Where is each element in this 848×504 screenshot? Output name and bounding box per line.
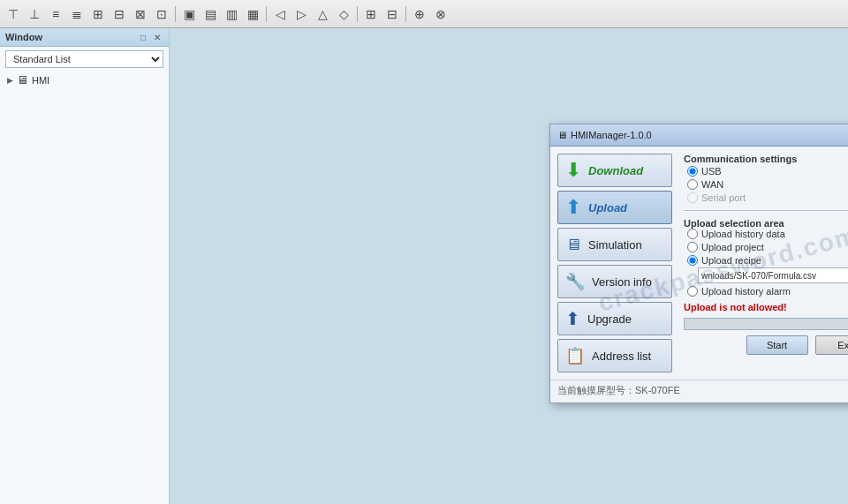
upload-selection-title: Upload selection area xyxy=(684,218,848,229)
toolbar-btn-18[interactable]: ⊟ xyxy=(382,4,402,24)
footer-text: 当前触摸屏型号：SK-070FE xyxy=(557,385,680,395)
simulation-label: Simulation xyxy=(588,238,642,252)
panel-icons: □ ✕ xyxy=(137,31,163,43)
progress-bar-container xyxy=(684,318,848,330)
radio-serial-input[interactable] xyxy=(687,192,698,203)
comm-settings-section: Communication settings USB WAN Serial xyxy=(684,154,848,203)
toolbar-btn-2[interactable]: ⊥ xyxy=(25,4,44,24)
address-icon: 📋 xyxy=(565,346,585,365)
version-icon: 🔧 xyxy=(565,272,585,291)
toolbar-sep-1 xyxy=(175,6,176,22)
radio-project[interactable]: Upload project xyxy=(687,242,848,252)
radio-history-data[interactable]: Upload history data xyxy=(687,229,848,239)
upload-radio-group-2: Upload history alarm xyxy=(687,286,848,297)
download-icon: ⬇ xyxy=(565,159,581,182)
toolbar-btn-6[interactable]: ⊟ xyxy=(110,4,129,24)
radio-history-data-label: Upload history data xyxy=(701,229,785,239)
toolbar-btn-15[interactable]: △ xyxy=(313,4,332,24)
toolbar-btn-13[interactable]: ◁ xyxy=(270,4,290,24)
radio-project-input[interactable] xyxy=(687,242,698,252)
panel-header: Window □ ✕ xyxy=(0,28,169,47)
toolbar-btn-4[interactable]: ≣ xyxy=(67,4,87,24)
radio-serial[interactable]: Serial port xyxy=(687,192,848,203)
version-info-button[interactable]: 🔧 Version info xyxy=(557,265,672,298)
modal-buttons-col: ⬇ Download ⬆ Upload 🖥 Simulation 🔧 Versi… xyxy=(557,154,677,372)
address-list-button[interactable]: 📋 Address list xyxy=(557,339,672,372)
simulation-icon: 🖥 xyxy=(565,236,581,254)
main-toolbar: ⊤ ⊥ ≡ ≣ ⊞ ⊟ ⊠ ⊡ ▣ ▤ ▥ ▦ ◁ ▷ △ ◇ ⊞ ⊟ ⊕ ⊗ xyxy=(0,0,848,28)
toolbar-btn-11[interactable]: ▥ xyxy=(222,4,241,24)
toolbar-btn-1[interactable]: ⊤ xyxy=(4,4,23,24)
toolbar-btn-5[interactable]: ⊞ xyxy=(88,4,108,24)
left-panel: Window □ ✕ Standard List ▶ 🖥 HMI xyxy=(0,28,170,504)
upload-selection-section: Upload selection area Upload history dat… xyxy=(684,218,848,297)
radio-wan[interactable]: WAN xyxy=(687,179,848,190)
progress-row: 0% xyxy=(684,318,848,330)
radio-usb[interactable]: USB xyxy=(687,166,848,177)
download-label: Download xyxy=(588,164,643,177)
file-path-input[interactable] xyxy=(698,267,848,283)
radio-history-data-input[interactable] xyxy=(687,229,698,239)
radio-wan-input[interactable] xyxy=(687,179,698,190)
address-label: Address list xyxy=(592,350,651,363)
upload-icon: ⬆ xyxy=(565,196,581,219)
divider xyxy=(684,210,848,211)
upload-button[interactable]: ⬆ Upload xyxy=(557,191,672,224)
version-label: Version info xyxy=(592,275,652,289)
modal-title-group: 🖥 HMIManager-1.0.0 xyxy=(557,130,652,140)
upgrade-label: Upgrade xyxy=(587,312,632,326)
toolbar-btn-10[interactable]: ▤ xyxy=(201,4,220,24)
radio-history-alarm-label: Upload history alarm xyxy=(701,286,791,297)
action-buttons-row: Start Exit xyxy=(684,335,848,355)
modal-title-text: HMIManager-1.0.0 xyxy=(571,130,652,140)
modal-body: ⬇ Download ⬆ Upload 🖥 Simulation 🔧 Versi… xyxy=(550,147,848,380)
radio-usb-input[interactable] xyxy=(687,166,698,177)
radio-recipe[interactable]: Upload recipe xyxy=(687,255,848,266)
comm-radio-group: USB WAN Serial port xyxy=(687,166,848,203)
toolbar-btn-14[interactable]: ▷ xyxy=(292,4,311,24)
radio-wan-label: WAN xyxy=(701,179,723,190)
toolbar-btn-17[interactable]: ⊞ xyxy=(361,4,381,24)
modal-settings-col: Communication settings USB WAN Serial xyxy=(684,154,848,372)
toolbar-btn-20[interactable]: ⊗ xyxy=(431,4,450,24)
radio-recipe-label: Upload recipe xyxy=(701,255,761,266)
toolbar-btn-9[interactable]: ▣ xyxy=(179,4,199,24)
main-area: 🖥 HMIManager-1.0.0 ✕ ⬇ Download ⬆ Upload… xyxy=(170,28,848,504)
radio-history-alarm-input[interactable] xyxy=(687,286,698,297)
radio-usb-label: USB xyxy=(701,166,722,177)
tree-item-label: HMI xyxy=(32,75,49,86)
modal-footer: 当前触摸屏型号：SK-070FE xyxy=(550,380,848,402)
toolbar-btn-16[interactable]: ◇ xyxy=(334,4,353,24)
exit-button[interactable]: Exit xyxy=(815,335,849,355)
upgrade-icon: ⬆ xyxy=(565,308,580,329)
upgrade-button[interactable]: ⬆ Upgrade xyxy=(557,302,672,335)
radio-serial-label: Serial port xyxy=(701,192,746,203)
toolbar-sep-3 xyxy=(357,6,358,22)
toolbar-sep-2 xyxy=(266,6,267,22)
toolbar-btn-3[interactable]: ≡ xyxy=(46,4,65,24)
toolbar-btn-7[interactable]: ⊠ xyxy=(131,4,150,24)
download-button[interactable]: ⬇ Download xyxy=(557,154,672,187)
panel-float-icon[interactable]: □ xyxy=(137,31,149,43)
simulation-button[interactable]: 🖥 Simulation xyxy=(557,228,672,261)
toolbar-btn-12[interactable]: ▦ xyxy=(243,4,262,24)
modal-titlebar: 🖥 HMIManager-1.0.0 ✕ xyxy=(550,124,848,147)
toolbar-sep-4 xyxy=(405,6,406,22)
start-button[interactable]: Start xyxy=(746,335,808,355)
comm-settings-title: Communication settings xyxy=(684,154,848,164)
file-path-row: browse xyxy=(698,267,848,283)
upload-label: Upload xyxy=(588,201,627,214)
radio-recipe-input[interactable] xyxy=(687,255,698,266)
window-type-dropdown[interactable]: Standard List xyxy=(5,50,163,68)
toolbar-btn-8[interactable]: ⊡ xyxy=(152,4,171,24)
toolbar-btn-19[interactable]: ⊕ xyxy=(410,4,429,24)
modal-title-icon: 🖥 xyxy=(557,130,567,140)
panel-close-icon[interactable]: ✕ xyxy=(151,31,163,43)
panel-title: Window xyxy=(5,32,42,42)
radio-history-alarm[interactable]: Upload history alarm xyxy=(687,286,848,297)
tree-arrow-icon: ▶ xyxy=(7,76,13,85)
hmi-manager-modal: 🖥 HMIManager-1.0.0 ✕ ⬇ Download ⬆ Upload… xyxy=(549,124,848,403)
radio-project-label: Upload project xyxy=(701,242,764,252)
error-message: Upload is not allowed! xyxy=(684,302,848,312)
tree-item-hmi[interactable]: ▶ 🖥 HMI xyxy=(0,71,169,88)
